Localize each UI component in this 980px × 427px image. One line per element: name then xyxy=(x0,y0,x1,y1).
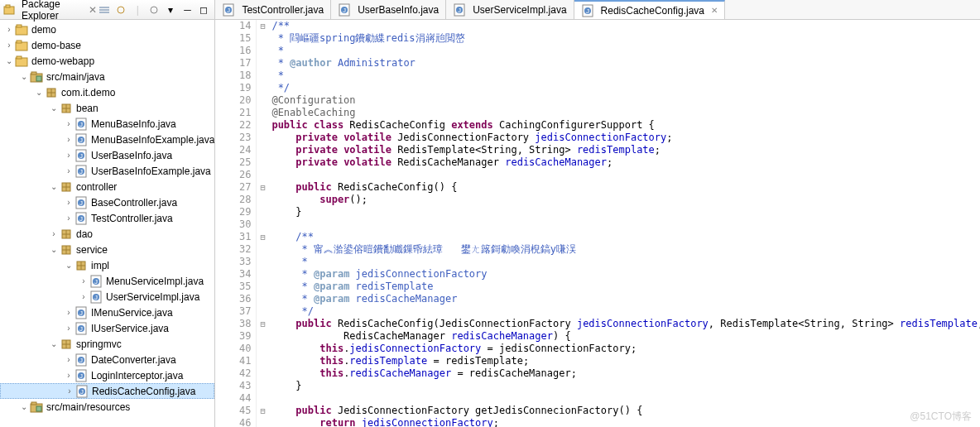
tree-item-impl[interactable]: ⌄impl xyxy=(0,257,214,273)
fold-toggle-icon[interactable]: ⊟ xyxy=(257,231,268,243)
tree-item-menuserviceimpl-java[interactable]: ›JMenuServiceImpl.java xyxy=(0,273,214,289)
view-menu-icon[interactable]: ▾ xyxy=(163,2,178,17)
code-line[interactable]: public RedisCacheConfig() { xyxy=(271,181,980,194)
link-editor-icon[interactable] xyxy=(113,2,128,17)
tree-item-controller[interactable]: ⌄controller xyxy=(0,179,214,194)
code-line[interactable]: * xyxy=(271,70,980,82)
tree-item-userbaseinfo-java[interactable]: ›JUserBaseInfo.java xyxy=(0,147,214,163)
chevron-down-icon[interactable]: ⌄ xyxy=(48,182,60,191)
tree-item-basecontroller-java[interactable]: ›JBaseController.java xyxy=(0,194,214,210)
minimize-icon[interactable]: ─ xyxy=(180,2,195,17)
code-line[interactable] xyxy=(271,392,980,405)
chevron-down-icon[interactable]: ⌄ xyxy=(48,103,60,113)
code-line[interactable]: * @param redisCacheManager xyxy=(271,293,980,305)
code-line[interactable] xyxy=(271,169,980,181)
chevron-right-icon[interactable]: › xyxy=(63,151,74,160)
chevron-right-icon[interactable]: › xyxy=(78,276,89,285)
code-line[interactable]: @EnableCaching xyxy=(271,107,980,119)
chevron-down-icon[interactable]: ⌄ xyxy=(3,56,15,65)
tree-item-springmvc[interactable]: ⌄springmvc xyxy=(0,336,214,352)
close-icon[interactable]: ✕ xyxy=(711,6,718,15)
code-line[interactable]: */ xyxy=(271,305,980,318)
fold-toggle-icon[interactable]: ⊟ xyxy=(257,318,268,330)
tree-item-demo-base[interactable]: ›demo-base xyxy=(0,37,214,53)
close-view-icon[interactable]: ✕ xyxy=(89,4,97,16)
code-line[interactable]: } xyxy=(271,206,980,218)
tab-rediscacheconfig-java[interactable]: JRedisCacheConfig.java✕ xyxy=(574,0,725,19)
tree-item-demo[interactable]: ›demo xyxy=(0,22,214,37)
tab-userbaseinfo-java[interactable]: JUserBaseInfo.java xyxy=(331,0,446,19)
tree-item-testcontroller-java[interactable]: ›JTestController.java xyxy=(0,210,214,226)
chevron-right-icon[interactable]: › xyxy=(48,229,60,238)
tree-item-service[interactable]: ⌄service xyxy=(0,242,214,257)
tree-item-userbaseinfoexample-java[interactable]: ›JUserBaseInfoExample.java xyxy=(0,163,214,179)
chevron-right-icon[interactable]: › xyxy=(3,41,15,50)
code-editor[interactable]: 1415161718192021222324252627282930313233… xyxy=(215,20,980,427)
code-line[interactable]: * xyxy=(271,45,980,57)
tree-item-menubaseinfoexample-java[interactable]: ›JMenuBaseInfoExample.java xyxy=(0,132,214,147)
code-line[interactable]: */ xyxy=(271,82,980,94)
code-line[interactable]: super(); xyxy=(271,194,980,206)
chevron-right-icon[interactable]: › xyxy=(63,308,74,317)
tree-item-demo-webapp[interactable]: ⌄demo-webapp xyxy=(0,53,214,69)
tree-item-com-it-demo[interactable]: ⌄com.it.demo xyxy=(0,84,214,100)
tab-userserviceimpl-java[interactable]: JUserServiceImpl.java xyxy=(446,0,574,19)
tree-item-bean[interactable]: ⌄bean xyxy=(0,100,214,116)
chevron-right-icon[interactable]: › xyxy=(3,25,15,34)
tree-item-userserviceimpl-java[interactable]: ›JUserServiceImpl.java xyxy=(0,289,214,305)
tree-item-dateconverter-java[interactable]: ›JDateConverter.java xyxy=(0,352,214,367)
chevron-right-icon[interactable]: › xyxy=(78,292,89,301)
chevron-right-icon[interactable]: › xyxy=(64,386,75,396)
project-tree[interactable]: ›demo›demo-base⌄demo-webapp⌄src/main/jav… xyxy=(0,20,214,427)
tree-item-menubaseinfo-java[interactable]: ›JMenuBaseInfo.java xyxy=(0,116,214,132)
code-line[interactable]: /** xyxy=(271,231,980,243)
chevron-down-icon[interactable]: ⌄ xyxy=(48,245,60,254)
chevron-down-icon[interactable]: ⌄ xyxy=(33,88,45,97)
tree-item-src-main-resources[interactable]: ⌄src/main/resources xyxy=(0,399,214,415)
chevron-right-icon[interactable]: › xyxy=(63,119,74,128)
tree-item-rediscacheconfig-java[interactable]: ›JRedisCacheConfig.java xyxy=(0,383,214,399)
chevron-right-icon[interactable]: › xyxy=(63,324,74,333)
chevron-right-icon[interactable]: › xyxy=(63,355,74,364)
chevron-right-icon[interactable]: › xyxy=(63,371,74,380)
fold-toggle-icon[interactable]: ⊟ xyxy=(257,20,268,32)
tree-item-logininterceptor-java[interactable]: ›JLoginInterceptor.java xyxy=(0,367,214,383)
code-line[interactable]: this.redisTemplate = redisTemplate; xyxy=(271,355,980,367)
code-line[interactable]: public class RedisCacheConfig extends Ca… xyxy=(271,119,980,132)
code-line[interactable]: public JedisConnectionFactory getJedisCo… xyxy=(271,405,980,417)
code-line[interactable]: private volatile RedisCacheManager redis… xyxy=(271,156,980,169)
chevron-down-icon[interactable]: ⌄ xyxy=(18,72,30,81)
fold-toggle-icon[interactable]: ⊟ xyxy=(257,181,268,194)
chevron-right-icon[interactable]: › xyxy=(63,166,74,175)
code-line[interactable]: private volatile RedisTemplate<String, S… xyxy=(271,144,980,156)
code-line[interactable]: * @param jedisConnectionFactory xyxy=(271,268,980,281)
code-line[interactable]: * 閰嶇疆spring鐨勮緤redis涓嶈兘閲嶅 xyxy=(271,32,980,45)
code-line[interactable]: this.redisCacheManager = redisCacheManag… xyxy=(271,367,980,380)
tab-testcontroller-java[interactable]: JTestController.java xyxy=(215,0,331,19)
code-line[interactable]: * xyxy=(271,256,980,268)
collapse-all-icon[interactable] xyxy=(97,2,112,17)
chevron-right-icon[interactable]: › xyxy=(63,198,74,207)
code-line[interactable]: return jedisConnectionFactory; xyxy=(271,417,980,427)
tree-item-iuserservice-java[interactable]: ›JIUserService.java xyxy=(0,320,214,336)
fold-column[interactable]: ⊟⊟⊟⊟⊟ xyxy=(257,20,268,427)
code-line[interactable]: RedisCacheManager redisCacheManager) { xyxy=(271,330,980,343)
fold-toggle-icon[interactable]: ⊟ xyxy=(257,405,268,417)
code-line[interactable]: private volatile JedisConnectionFactory … xyxy=(271,132,980,144)
code-line[interactable] xyxy=(271,218,980,231)
chevron-down-icon[interactable]: ⌄ xyxy=(63,261,74,270)
code-line[interactable]: * @param redisTemplate xyxy=(271,281,980,293)
code-line[interactable]: public RedisCacheConfig(JedisConnectionF… xyxy=(271,318,980,330)
code-line[interactable]: @Configuration xyxy=(271,94,980,107)
code-content[interactable]: /** * 閰嶇疆spring鐨勮緤redis涓嶈兘閲嶅 * * @author… xyxy=(268,20,980,427)
chevron-right-icon[interactable]: › xyxy=(63,135,74,144)
code-line[interactable]: /** xyxy=(271,20,980,32)
code-line[interactable]: * 甯︽湁鍙傛暟鐨勫嚱鏁帋紶璋 鐢ㄤ簬鎶勮喚涓棿鎬у嗛洖 xyxy=(271,243,980,256)
chevron-down-icon[interactable]: ⌄ xyxy=(18,402,30,411)
code-line[interactable]: this.jedisConnectionFactory = jedisConne… xyxy=(271,343,980,355)
focus-task-icon[interactable] xyxy=(147,2,161,17)
tree-item-imenuservice-java[interactable]: ›JIMenuService.java xyxy=(0,305,214,320)
chevron-down-icon[interactable]: ⌄ xyxy=(48,339,60,348)
code-line[interactable]: } xyxy=(271,380,980,392)
tree-item-src-main-java[interactable]: ⌄src/main/java xyxy=(0,69,214,84)
